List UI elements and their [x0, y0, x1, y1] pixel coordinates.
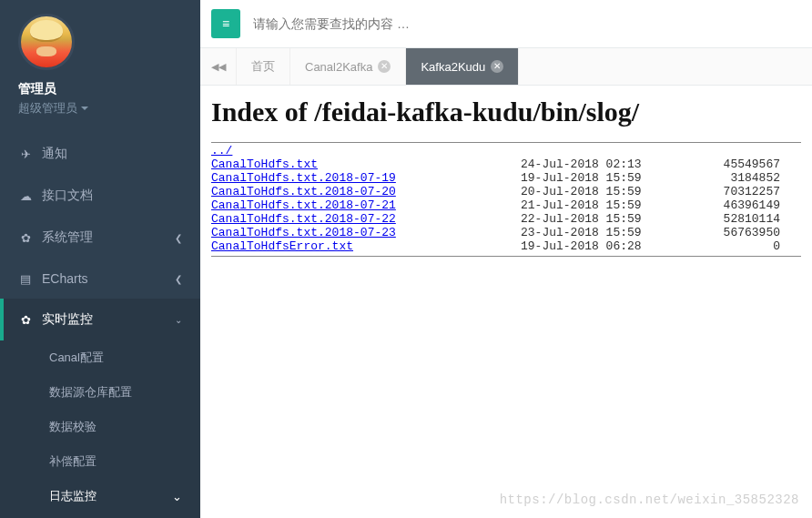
- caret-down-icon: [81, 107, 88, 110]
- file-link[interactable]: CanalToHdfs.txt.2018-07-19: [211, 172, 396, 185]
- nav-monitor[interactable]: ✿ 实时监控 ⌄: [0, 299, 200, 340]
- file-size: 52810114: [689, 213, 780, 227]
- tab-scroll-left[interactable]: ◀◀: [200, 48, 237, 85]
- monitor-subnav: Canal配置 数据源仓库配置 数据校验 补偿配置 日志监控 ⌄ Canal2K…: [0, 340, 200, 518]
- file-link[interactable]: CanalToHdfsError.txt: [211, 240, 353, 253]
- double-chevron-left-icon: ◀◀: [211, 61, 226, 73]
- subnav-datasource[interactable]: 数据源仓库配置: [0, 375, 200, 410]
- username: 管理员: [18, 81, 182, 97]
- file-date: [521, 145, 689, 158]
- listing-row: ../: [211, 145, 801, 158]
- gear-icon: ✿: [18, 313, 33, 327]
- nav-notify[interactable]: ✈ 通知: [0, 133, 200, 175]
- chevron-down-icon: ⌄: [175, 315, 182, 325]
- listing-row: CanalToHdfsError.txt19-Jul-2018 06:280: [211, 240, 801, 254]
- menu-toggle-button[interactable]: ≡: [211, 9, 240, 38]
- nav-system[interactable]: ✿ 系统管理 ❮: [0, 217, 200, 259]
- subnav-validate[interactable]: 数据校验: [0, 410, 200, 444]
- file-size: 0: [689, 240, 780, 254]
- file-date: 20-Jul-2018 15:59: [521, 186, 689, 199]
- file-date: 21-Jul-2018 15:59: [521, 199, 689, 213]
- subnav-canal-config[interactable]: Canal配置: [0, 340, 200, 375]
- profile: 管理员 超级管理员: [0, 0, 200, 126]
- file-size: 56763950: [689, 227, 780, 240]
- subnav-log-monitor[interactable]: 日志监控 ⌄: [0, 479, 200, 513]
- main: ≡ ◀◀ 首页 Canal2Kafka ✕ Kafka2Kudu ✕ Index…: [200, 0, 812, 518]
- page-title: Index of /feidai-kafka-kudu/bin/slog/: [211, 96, 801, 127]
- file-date: 19-Jul-2018 15:59: [521, 172, 689, 186]
- file-link[interactable]: CanalToHdfs.txt: [211, 158, 318, 171]
- close-icon[interactable]: ✕: [378, 60, 391, 73]
- file-date: 19-Jul-2018 06:28: [521, 240, 689, 254]
- subnav-compensate[interactable]: 补偿配置: [0, 444, 200, 479]
- role-label: 超级管理员: [18, 100, 77, 117]
- tab-kafka2kudu[interactable]: Kafka2Kudu ✕: [406, 48, 519, 85]
- role-dropdown[interactable]: 超级管理员: [18, 100, 182, 117]
- directory-listing: ../CanalToHdfs.txt24-Jul-2018 02:1345549…: [211, 142, 801, 257]
- main-nav: ✈ 通知 ☁ 接口文档 ✿ 系统管理 ❮ ▤ ECharts ❮ ✿ 实时监控 …: [0, 133, 200, 340]
- content: Index of /feidai-kafka-kudu/bin/slog/ ..…: [200, 86, 812, 518]
- file-size: 70312257: [689, 186, 780, 199]
- listing-row: CanalToHdfs.txt.2018-07-2020-Jul-2018 15…: [211, 186, 801, 199]
- nav-api-docs[interactable]: ☁ 接口文档: [0, 175, 200, 217]
- gear-icon: ✿: [18, 231, 33, 245]
- file-size: 3184852: [689, 172, 780, 186]
- chevron-left-icon: ❮: [175, 274, 182, 284]
- chevron-down-icon: ⌄: [172, 490, 182, 503]
- tab-bar: ◀◀ 首页 Canal2Kafka ✕ Kafka2Kudu ✕: [200, 48, 812, 86]
- close-icon[interactable]: ✕: [491, 60, 503, 73]
- cloud-icon: ☁: [18, 189, 33, 203]
- file-link[interactable]: CanalToHdfs.txt.2018-07-21: [211, 199, 396, 212]
- tab-canal2kafka[interactable]: Canal2Kafka ✕: [290, 48, 406, 85]
- listing-row: CanalToHdfs.txt.2018-07-2222-Jul-2018 15…: [211, 213, 801, 227]
- chevron-left-icon: ❮: [175, 233, 182, 243]
- file-link[interactable]: CanalToHdfs.txt.2018-07-22: [211, 213, 396, 226]
- listing-row: CanalToHdfs.txt.2018-07-2323-Jul-2018 15…: [211, 227, 801, 240]
- file-link[interactable]: ../: [211, 145, 232, 157]
- bars-icon: ≡: [222, 16, 229, 31]
- search-input[interactable]: [253, 16, 801, 31]
- nav-echarts[interactable]: ▤ ECharts ❮: [0, 259, 200, 299]
- file-size: [689, 145, 780, 158]
- topbar: ≡: [200, 0, 812, 48]
- watermark: https://blog.csdn.net/weixin_35852328: [500, 493, 799, 507]
- sidebar: 管理员 超级管理员 ✈ 通知 ☁ 接口文档 ✿ 系统管理 ❮ ▤ EChar: [0, 0, 200, 518]
- paper-plane-icon: ✈: [18, 147, 33, 161]
- file-link[interactable]: CanalToHdfs.txt.2018-07-20: [211, 186, 396, 198]
- subsubnav-canal2kafka[interactable]: Canal2Kafka: [0, 513, 200, 518]
- log-monitor-subnav: Canal2Kafka Kafka2Kudu: [0, 513, 200, 518]
- file-size: 45549567: [689, 158, 780, 172]
- avatar: [18, 14, 75, 70]
- file-date: 23-Jul-2018 15:59: [521, 227, 689, 240]
- file-date: 24-Jul-2018 02:13: [521, 158, 689, 172]
- listing-row: CanalToHdfs.txt.2018-07-2121-Jul-2018 15…: [211, 199, 801, 213]
- tab-home[interactable]: 首页: [237, 48, 290, 85]
- file-link[interactable]: CanalToHdfs.txt.2018-07-23: [211, 227, 396, 239]
- file-size: 46396149: [689, 199, 780, 213]
- book-icon: ▤: [18, 272, 33, 286]
- listing-row: CanalToHdfs.txt24-Jul-2018 02:1345549567: [211, 158, 801, 172]
- file-date: 22-Jul-2018 15:59: [521, 213, 689, 227]
- listing-row: CanalToHdfs.txt.2018-07-1919-Jul-2018 15…: [211, 172, 801, 186]
